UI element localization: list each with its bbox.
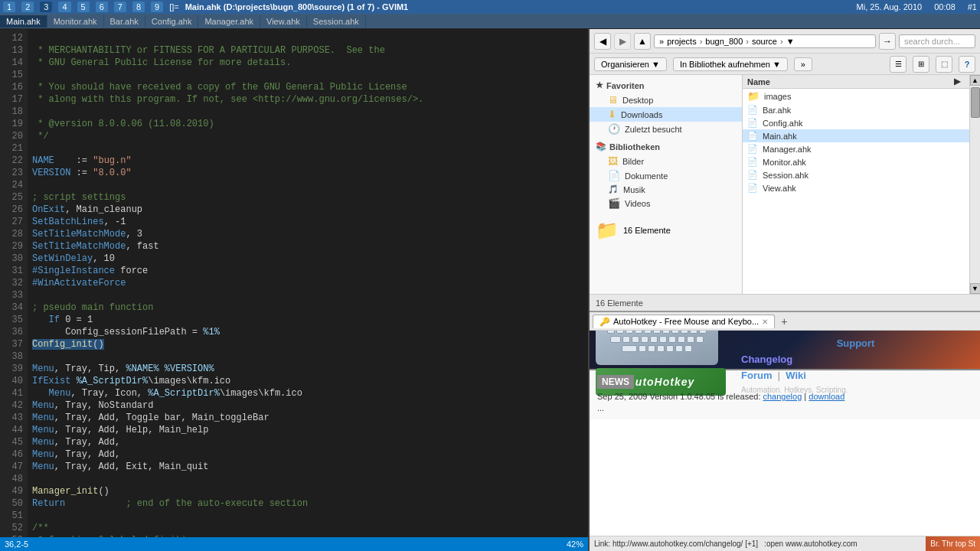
scroll-up-button[interactable]: ▲ xyxy=(970,75,981,86)
file-row-session[interactable]: 📄 Session.ahk xyxy=(743,168,969,181)
window-title: Main.ahk (D:\projects\bugn_800\source) (… xyxy=(185,2,851,11)
tab-monitor-ahk[interactable]: Monitor.ahk xyxy=(47,15,104,28)
ahk-keyboard-graphic xyxy=(596,331,718,365)
videos-icon: 🎬 xyxy=(608,197,620,209)
sidebar-item-bilder[interactable]: 🖼 Bilder xyxy=(590,154,742,168)
status-link-text: Link: http://www.autohotkey.com/changelo… xyxy=(594,540,758,548)
bilder-icon: 🖼 xyxy=(608,155,618,167)
support-link[interactable]: Support xyxy=(837,337,890,349)
file-row-config[interactable]: 📄 Config.ahk xyxy=(743,116,969,129)
sidebar-item-dokumente[interactable]: 📄 Dokumente xyxy=(590,168,742,183)
up-button[interactable]: ▲ xyxy=(634,33,651,50)
breadcrumb-projects[interactable]: projects xyxy=(667,37,697,46)
file-explorer: ◀ ▶ ▲ » projects › bugn_800 › source › ▼… xyxy=(590,29,980,312)
ahk-file-icon: 📄 xyxy=(747,131,758,141)
musik-icon: 🎵 xyxy=(608,184,619,194)
news-download-link[interactable]: download xyxy=(808,392,844,401)
forward-button[interactable]: ▶ xyxy=(614,33,631,50)
branding-badge: Br. Thr top St xyxy=(926,536,980,551)
left-sidebar: ★ Favoriten 🖥 Desktop ⬇ Downloads 🕐 xyxy=(590,75,743,294)
tab-main-ahk[interactable]: Main.ahk xyxy=(0,15,47,28)
code-area[interactable]: 1213141516 1718192021 2223242526 2728293… xyxy=(0,29,588,537)
breadcrumb-chevron: » xyxy=(659,37,664,46)
vim-tab-8[interactable]: 8 xyxy=(132,2,145,12)
documentation-link[interactable]: Documentation xyxy=(741,331,814,333)
vim-tab-1[interactable]: 1 xyxy=(3,2,15,12)
file-row-bar[interactable]: 📄 Bar.ahk xyxy=(743,103,969,116)
vim-tab-4[interactable]: 4 xyxy=(58,2,70,12)
file-row-images[interactable]: 📁 images xyxy=(743,89,969,103)
breadcrumb-source[interactable]: source xyxy=(752,37,777,46)
sidebar-item-recent[interactable]: 🕐 Zuletzt besucht xyxy=(590,122,742,136)
tutorial-link[interactable]: Tutorial xyxy=(837,331,890,333)
more-actions-button[interactable]: » xyxy=(794,57,812,71)
ahk-file-icon: 📄 xyxy=(747,157,758,167)
favorites-header: ★ Favoriten xyxy=(590,78,742,93)
view-detail-button[interactable]: ⊞ xyxy=(913,56,929,73)
favorites-section: ★ Favoriten 🖥 Desktop ⬇ Downloads 🕐 xyxy=(590,78,742,136)
tab-manager-ahk[interactable]: Manager.ahk xyxy=(198,15,260,28)
vim-tab-3-active[interactable]: 3 xyxy=(40,2,52,12)
breadcrumb-arrow-2: › xyxy=(746,37,749,46)
breadcrumb-arrow-3: › xyxy=(780,37,783,46)
news-changelog-link[interactable]: changelog xyxy=(763,392,802,401)
vim-tab-6[interactable]: 6 xyxy=(96,2,108,12)
file-row-manager[interactable]: 📄 Manager.ahk xyxy=(743,142,969,155)
tab-config-ahk[interactable]: Config.ahk xyxy=(145,15,199,28)
browser-header-image: AutoHotkey Download Documentation Quick-… xyxy=(590,331,980,369)
explorer-status: 16 Elemente xyxy=(590,294,980,311)
help-button[interactable]: ? xyxy=(959,56,975,73)
libraries-icon: 📚 xyxy=(596,142,606,152)
tab-add-button[interactable]: + xyxy=(778,315,790,328)
file-row-main[interactable]: 📄 Main.ahk xyxy=(743,129,969,142)
ahk-left-links: Download Documentation xyxy=(741,331,814,333)
editor-tabs: Main.ahk Monitor.ahk Bar.ahk Config.ahk … xyxy=(0,14,980,29)
extra-folder-item[interactable]: 📁 16 Elemente xyxy=(596,220,736,241)
tab-close-button[interactable]: ✕ xyxy=(762,318,768,326)
vim-tab-2[interactable]: 2 xyxy=(21,2,34,12)
file-row-view[interactable]: 📄 View.ahk xyxy=(743,181,969,194)
ahk-file-icon: 📄 xyxy=(747,105,758,115)
ahk-bottom-links: Forum | Wiki xyxy=(741,370,889,381)
browser-status-bar: Link: http://www.autohotkey.com/changelo… xyxy=(590,536,980,551)
browser-tab-ahk[interactable]: 🔑 AutoHotkey - Free Mouse and Keybo... ✕ xyxy=(593,315,775,328)
news-date-1: Sep 25, 2009 xyxy=(597,392,647,401)
view-pane-button[interactable]: ⬚ xyxy=(936,56,952,73)
sidebar-item-desktop[interactable]: 🖥 Desktop xyxy=(590,93,742,107)
navigate-button[interactable]: → xyxy=(879,33,896,50)
vim-tab-9[interactable]: 9 xyxy=(151,2,163,12)
organize-button[interactable]: Organisieren ▼ xyxy=(594,57,667,71)
breadcrumb-bugn800[interactable]: bugn_800 xyxy=(705,37,743,46)
sidebar-item-videos[interactable]: 🎬 Videos xyxy=(590,196,742,210)
back-button[interactable]: ◀ xyxy=(594,33,611,50)
scroll-down-button[interactable]: ▼ xyxy=(970,283,981,294)
tab-bar-ahk[interactable]: Bar.ahk xyxy=(104,15,145,28)
status-position: 36,2-5 xyxy=(5,540,28,549)
vim-tab-7[interactable]: 7 xyxy=(114,2,126,12)
tab-view-ahk[interactable]: View.ahk xyxy=(260,15,307,28)
file-row-monitor[interactable]: 📄 Monitor.ahk xyxy=(743,155,969,168)
news-title: NEWS xyxy=(597,375,634,389)
browser-tab-bar: 🔑 AutoHotkey - Free Mouse and Keybo... ✕… xyxy=(590,312,980,331)
ahk-navigation: Download Documentation Quick-start Tutor… xyxy=(741,331,889,394)
scroll-thumb[interactable] xyxy=(971,87,980,118)
view-list-button[interactable]: ☰ xyxy=(890,56,906,73)
window-time: 00:08 xyxy=(934,2,956,11)
changelog-link[interactable]: Changelog xyxy=(741,354,889,365)
window-flag: #1 xyxy=(968,2,977,11)
sidebar-item-downloads[interactable]: ⬇ Downloads xyxy=(590,107,742,122)
search-box[interactable]: search durch... xyxy=(899,34,975,48)
explorer-scrollbar[interactable]: ▲ ▼ xyxy=(969,75,980,294)
add-library-button[interactable]: In Bibliothek aufnehmen ▼ xyxy=(673,57,788,71)
tab-session-ahk[interactable]: Session.ahk xyxy=(307,15,366,28)
wiki-link[interactable]: Wiki xyxy=(786,370,806,381)
forum-link[interactable]: Forum xyxy=(741,370,772,381)
browser-tab-label: AutoHotkey - Free Mouse and Keybo... xyxy=(613,317,759,326)
code-content[interactable]: * MERCHANTABILITY or FITNESS FOR A PARTI… xyxy=(28,29,588,537)
dokumente-icon: 📄 xyxy=(608,170,620,181)
file-list-header: Name ▶ xyxy=(743,75,969,89)
sidebar-item-musik[interactable]: 🎵 Musik xyxy=(590,183,742,196)
title-bar: 1 2 3 4 5 6 7 8 9 []= Main.ahk (D:\proje… xyxy=(0,0,980,14)
breadcrumb-dropdown[interactable]: ▼ xyxy=(786,37,795,46)
vim-tab-5[interactable]: 5 xyxy=(77,2,90,12)
